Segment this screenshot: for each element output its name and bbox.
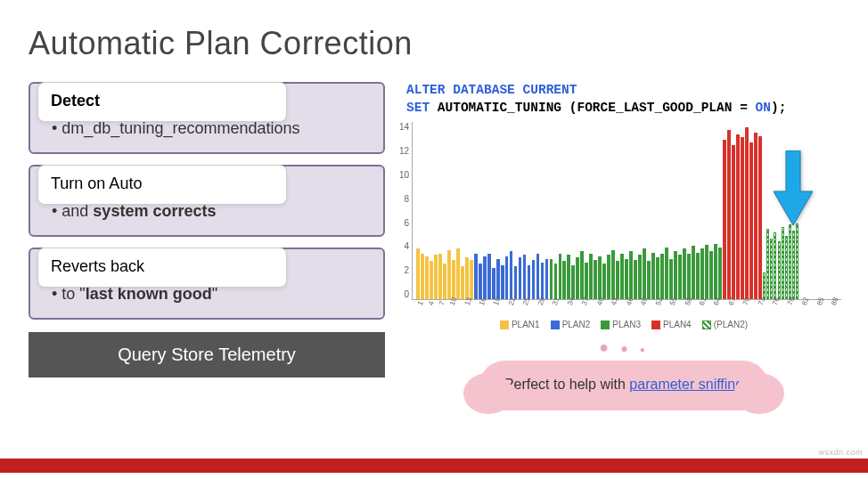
bar xyxy=(550,259,553,299)
bar xyxy=(718,248,722,299)
bar xyxy=(452,260,455,299)
bar xyxy=(456,248,460,299)
bar xyxy=(589,254,593,299)
bar xyxy=(483,256,487,299)
bar xyxy=(528,265,531,299)
bar xyxy=(709,251,713,299)
bar xyxy=(505,256,509,299)
bar xyxy=(545,259,549,299)
bar xyxy=(683,248,686,299)
card-header-reverts: Reverts back xyxy=(37,248,287,288)
bar xyxy=(461,266,464,299)
bar xyxy=(736,134,740,299)
bar xyxy=(625,259,628,299)
bar xyxy=(651,253,655,300)
bar xyxy=(647,261,651,299)
bar xyxy=(656,257,659,299)
bar xyxy=(501,265,504,299)
bar xyxy=(562,261,566,299)
bar xyxy=(665,248,668,299)
bar xyxy=(532,260,536,299)
bar xyxy=(598,256,602,299)
bar xyxy=(519,257,522,299)
bar xyxy=(674,251,677,299)
card-header-detect: Detect xyxy=(37,82,287,122)
y-axis-labels: 14121086420 xyxy=(393,122,409,299)
bar xyxy=(678,255,682,299)
bar xyxy=(523,255,527,299)
bar xyxy=(770,239,773,299)
bar xyxy=(754,133,757,300)
bar xyxy=(576,257,579,299)
bar xyxy=(660,254,664,299)
bar xyxy=(692,246,695,299)
bar xyxy=(616,261,619,299)
bar xyxy=(510,251,513,299)
bar xyxy=(732,145,735,299)
bar xyxy=(778,241,781,299)
bar xyxy=(567,255,570,299)
bar xyxy=(789,224,791,299)
bar xyxy=(705,245,708,299)
bar-chart: 14121086420 1471013161922252831343740434… xyxy=(412,122,841,300)
bar xyxy=(792,231,795,299)
bar xyxy=(474,254,478,299)
bar xyxy=(487,254,491,299)
bar xyxy=(766,229,769,300)
bar xyxy=(541,263,545,299)
card-header-turnon: Turn on Auto xyxy=(37,165,287,205)
bar xyxy=(741,137,744,299)
bar xyxy=(607,255,610,299)
card-turnon: Turn on Auto and system corrects xyxy=(29,165,385,237)
bar xyxy=(749,142,753,299)
bar xyxy=(554,264,558,299)
sql-code: ALTER DATABASE CURRENT SET AUTOMATIC_TUN… xyxy=(406,82,841,117)
bar xyxy=(470,260,473,299)
bar xyxy=(421,254,424,299)
bar xyxy=(447,250,451,299)
bar xyxy=(629,251,633,299)
telemetry-bar: Query Store Telemetry xyxy=(29,332,385,377)
bar xyxy=(796,223,798,299)
bar xyxy=(696,253,700,300)
card-detect: Detect dm_db_tuning_recommendations xyxy=(29,82,385,154)
bar xyxy=(602,264,606,299)
bar xyxy=(714,244,717,300)
cloud-dots-icon: ● ● ● xyxy=(406,338,841,357)
bar xyxy=(723,140,726,299)
bar xyxy=(443,264,446,299)
bar xyxy=(585,263,588,299)
bar xyxy=(687,254,691,299)
bar xyxy=(536,254,540,299)
bar xyxy=(438,254,442,299)
bar xyxy=(496,259,500,299)
bar xyxy=(514,266,518,299)
bar xyxy=(425,256,429,299)
watermark: wsxdn.com xyxy=(818,448,863,457)
bar xyxy=(416,248,420,299)
bar xyxy=(774,232,776,299)
bar xyxy=(465,257,469,299)
bar xyxy=(727,130,731,299)
cloud-bubble: Perfect to help with parameter sniffing xyxy=(479,361,768,410)
left-column: Detect dm_db_tuning_recommendations Turn… xyxy=(29,82,385,410)
parameter-sniffing-link[interactable]: parameter sniffing xyxy=(629,377,743,392)
bar xyxy=(758,136,762,299)
bar xyxy=(638,255,642,299)
card-reverts: Reverts back to "last known good" xyxy=(29,248,385,320)
bar xyxy=(479,264,482,299)
bar xyxy=(594,260,597,299)
x-axis-labels: 1471013161922252831343740434649525558616… xyxy=(416,304,838,312)
bar xyxy=(634,260,637,299)
highlight-arrow-icon xyxy=(774,150,813,229)
chart-legend: PLAN1PLAN2PLAN3PLAN4(PLAN2) xyxy=(406,320,841,329)
bar xyxy=(700,248,704,299)
bar xyxy=(580,251,584,299)
bar xyxy=(643,248,646,299)
bar xyxy=(782,227,784,299)
bar xyxy=(492,268,495,300)
slide-title: Automatic Plan Correction xyxy=(29,25,841,62)
bar xyxy=(620,254,624,299)
bar xyxy=(434,255,438,299)
bar xyxy=(571,265,575,299)
